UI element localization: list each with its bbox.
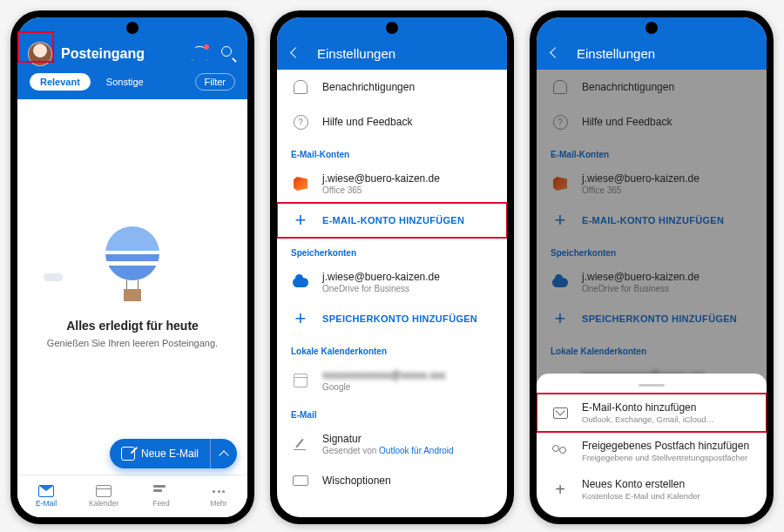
tab-sonstige[interactable]: Sonstige xyxy=(96,73,154,91)
camera-notch xyxy=(645,22,658,34)
row-notifications[interactable]: Benachrichtigungen xyxy=(277,70,507,104)
sheet-add-email[interactable]: E-Mail-Konto hinzufügen Outlook, Exchang… xyxy=(537,394,767,432)
calendar-icon xyxy=(96,485,112,497)
section-storage-accounts: Speicherkonten xyxy=(277,238,507,263)
bell-icon xyxy=(294,80,308,94)
tab-more-label: Mehr xyxy=(210,499,226,508)
row-account-office365[interactable]: j.wiese@buero-kaizen.de Office 365 xyxy=(277,165,507,203)
balloon-illustration xyxy=(103,226,162,305)
swipe-icon xyxy=(293,475,308,486)
phone-settings-sheet: Einstellungen Benachrichtigungen ? Hilfe… xyxy=(530,10,774,524)
settings-header: Einstellungen xyxy=(537,37,767,70)
signature-icon xyxy=(294,438,308,450)
camera-notch xyxy=(386,22,398,34)
search-icon[interactable] xyxy=(221,46,237,62)
empty-subtitle: Genießen Sie Ihren leeren Posteingang. xyxy=(47,338,218,348)
empty-title: Alles erledigt für heute xyxy=(66,319,199,333)
inbox-tabs: Relevant Sonstige Filter xyxy=(28,73,237,91)
bottom-tabbar: E-Mail Kalender Feed Mehr xyxy=(17,475,247,517)
tab-email-label: E-Mail xyxy=(36,499,57,508)
row-signature[interactable]: Signatur Gesendet von Outlook für Androi… xyxy=(277,425,507,463)
cloud-decoration xyxy=(44,273,63,281)
back-icon[interactable] xyxy=(289,45,305,61)
phone-inbox: Posteingang Relevant Sonstige Filter All… xyxy=(10,10,254,524)
row-local-google[interactable]: xxxxxxxxxxxxx@xxxxx.xxx Google xyxy=(277,361,507,400)
sheet-add-shared[interactable]: Freigegebenes Postfach hinzufügen Freige… xyxy=(537,432,767,470)
camera-notch xyxy=(126,22,139,34)
tab-email[interactable]: E-Mail xyxy=(17,475,75,517)
tab-calendar-label: Kalender xyxy=(89,499,118,508)
row-add-email-account[interactable]: + E-MAIL-KONTO HINZUFÜGEN xyxy=(277,203,507,238)
notifications-icon[interactable] xyxy=(192,46,207,62)
calendar-icon xyxy=(294,374,308,387)
section-email: E-Mail xyxy=(277,400,507,425)
inbox-title: Posteingang xyxy=(61,46,183,62)
section-email-accounts: E-Mail-Konten xyxy=(277,139,507,165)
row-add-storage-account[interactable]: + SPEICHERKONTO HINZUFÜGEN xyxy=(277,301,507,336)
office-icon xyxy=(294,177,308,191)
row-help[interactable]: ? Hilfe und Feedback xyxy=(277,104,507,139)
compose-icon xyxy=(121,447,135,461)
people-icon xyxy=(552,445,568,457)
plus-icon: + xyxy=(291,309,310,328)
tab-relevant[interactable]: Relevant xyxy=(30,73,91,91)
compose-button[interactable]: Neue E-Mail xyxy=(110,439,210,468)
compose-fab[interactable]: Neue E-Mail xyxy=(110,439,237,468)
mail-icon xyxy=(38,485,54,497)
settings-title: Einstellungen xyxy=(317,46,395,61)
feed-icon xyxy=(153,485,169,497)
tab-feed[interactable]: Feed xyxy=(132,475,190,517)
inbox-header: Posteingang Relevant Sonstige Filter xyxy=(17,37,247,99)
row-swipe-options[interactable]: Wischoptionen xyxy=(277,463,507,498)
empty-state: Alles erledigt für heute Genießen Sie Ih… xyxy=(17,99,247,475)
section-local-calendars: Lokale Kalenderkonten xyxy=(277,336,507,361)
tab-more[interactable]: Mehr xyxy=(190,475,247,517)
back-icon[interactable] xyxy=(549,45,564,61)
row-storage-onedrive[interactable]: j.wiese@buero-kaizen.de OneDrive for Bus… xyxy=(277,263,507,301)
blurred-email: xxxxxxxxxxxxx@xxxxx.xxx xyxy=(322,369,446,381)
signature-value: Gesendet von Outlook für Android xyxy=(322,446,454,455)
settings-header: Einstellungen xyxy=(277,37,507,70)
sheet-create-new[interactable]: + Neues Konto erstellen Kostenlose E-Mai… xyxy=(537,470,767,508)
avatar-button[interactable] xyxy=(28,42,52,66)
settings-title: Einstellungen xyxy=(577,46,655,61)
tab-calendar[interactable]: Kalender xyxy=(75,475,132,517)
phone-settings: Einstellungen Benachrichtigungen ? Hilfe… xyxy=(270,10,514,524)
add-account-sheet: E-Mail-Konto hinzufügen Outlook, Exchang… xyxy=(537,374,767,517)
filter-button[interactable]: Filter xyxy=(195,73,235,91)
plus-icon: + xyxy=(551,480,570,499)
plus-icon: + xyxy=(291,211,310,230)
tab-feed-label: Feed xyxy=(152,499,169,508)
onedrive-icon xyxy=(293,278,308,287)
more-icon xyxy=(211,485,226,497)
sheet-handle[interactable] xyxy=(639,384,665,387)
compose-label: Neue E-Mail xyxy=(141,448,199,460)
mail-icon xyxy=(553,407,568,419)
help-icon: ? xyxy=(294,115,308,130)
